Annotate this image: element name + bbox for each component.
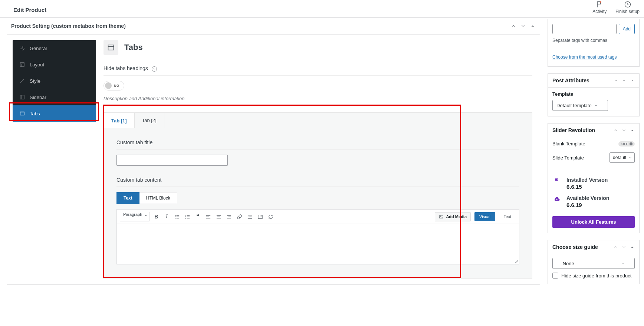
quote-icon[interactable]: “ xyxy=(194,213,201,220)
chevron-up-icon[interactable] xyxy=(612,78,619,83)
window-icon xyxy=(19,111,25,116)
editor-mode-text[interactable]: Text xyxy=(116,192,139,204)
svg-point-8 xyxy=(175,216,175,217)
finish-setup-action[interactable]: Finish setup xyxy=(615,1,640,14)
svg-text:3: 3 xyxy=(185,217,186,219)
link-icon[interactable] xyxy=(236,213,243,220)
italic-icon[interactable]: I xyxy=(163,213,170,220)
layout-icon xyxy=(19,62,25,67)
svg-point-9 xyxy=(175,218,175,218)
sidebar-item-style[interactable]: Style xyxy=(13,73,96,89)
flag-icon xyxy=(596,1,603,8)
read-more-icon[interactable] xyxy=(246,213,253,220)
sidebar-item-general[interactable]: General xyxy=(13,40,96,56)
gear-icon xyxy=(19,45,25,51)
svg-rect-15 xyxy=(260,215,260,216)
sidebar-item-tabs[interactable]: Tabs xyxy=(13,105,96,122)
unlock-features-button[interactable]: Unlock All Features xyxy=(552,216,635,228)
svg-rect-17 xyxy=(259,216,259,217)
resize-grip-icon[interactable] xyxy=(514,259,518,263)
blank-template-toggle[interactable]: OFF xyxy=(618,141,635,146)
metabox-title: Slider Revolution xyxy=(552,127,595,133)
list-ul-icon[interactable] xyxy=(174,213,180,220)
caret-up-icon[interactable] xyxy=(629,127,635,133)
chevron-down-icon[interactable] xyxy=(519,22,527,30)
wysiwyg-editor: Paragraph B I 123 xyxy=(116,209,519,264)
tabs-title-icon xyxy=(104,40,118,55)
svg-point-2 xyxy=(22,47,23,49)
toggle-knob xyxy=(105,82,112,89)
slide-template-select[interactable]: default xyxy=(610,152,635,163)
sidebar-item-label: General xyxy=(30,46,47,51)
list-ol-icon[interactable]: 123 xyxy=(184,213,191,220)
caret-up-icon[interactable] xyxy=(529,22,536,30)
chevron-up-icon[interactable] xyxy=(612,244,619,250)
media-icon xyxy=(439,214,444,219)
editor-mode-html[interactable]: HTML Block xyxy=(139,192,177,204)
toolbar-toggle-icon[interactable] xyxy=(257,213,263,220)
format-select[interactable]: Paragraph xyxy=(120,212,150,221)
hide-size-guide-label: Hide size guide from this product xyxy=(561,273,631,279)
add-media-button[interactable]: Add Media xyxy=(435,212,471,221)
sidebar-item-sidebar[interactable]: Sidebar xyxy=(13,89,96,105)
bold-icon[interactable]: B xyxy=(153,213,160,220)
brush-icon xyxy=(19,78,25,84)
add-tag-button[interactable]: Add xyxy=(619,24,635,34)
chevron-down-icon[interactable] xyxy=(621,127,627,133)
hide-size-guide-checkbox[interactable]: Hide size guide from this product xyxy=(552,273,635,279)
installed-version-value: 6.6.15 xyxy=(566,184,608,190)
custom-tabs-panel: Tab [1] Tab [2] Custom tab title Custom … xyxy=(104,112,532,279)
size-guide-select[interactable]: — None — xyxy=(552,258,635,269)
tag-input[interactable] xyxy=(552,24,617,34)
refresh-icon[interactable] xyxy=(267,213,274,220)
flag-icon xyxy=(552,177,561,184)
chevron-up-icon[interactable] xyxy=(612,127,619,133)
sidebar-item-label: Sidebar xyxy=(30,95,46,100)
tags-metabox: Add Separate tags with commas Choose fro… xyxy=(548,19,640,67)
text-tab[interactable]: Text xyxy=(499,212,516,221)
sidebar-icon xyxy=(19,94,25,100)
svg-rect-5 xyxy=(20,112,24,115)
svg-rect-3 xyxy=(20,63,24,67)
sidebar-item-label: Tabs xyxy=(30,111,40,116)
caret-up-icon[interactable] xyxy=(629,78,635,83)
clock-icon xyxy=(624,1,631,8)
activity-action[interactable]: Activity xyxy=(592,1,607,14)
svg-rect-14 xyxy=(259,215,259,216)
hide-tabs-label: Hide tabs headings ? xyxy=(104,65,532,76)
blank-template-label: Blank Template xyxy=(552,141,585,146)
chevron-down-icon[interactable] xyxy=(621,244,627,250)
tab-title-label: Custom tab title xyxy=(116,139,519,149)
template-select[interactable]: Default template xyxy=(552,100,608,111)
sidebar-item-layout[interactable]: Layout xyxy=(13,56,96,73)
svg-rect-18 xyxy=(260,216,260,217)
tab-1[interactable]: Tab [1] xyxy=(104,113,135,128)
hide-tabs-toggle[interactable]: NO xyxy=(104,81,124,90)
screen-title: Tabs xyxy=(124,43,143,52)
activity-label: Activity xyxy=(592,9,607,14)
svg-point-0 xyxy=(600,1,602,3)
align-left-icon[interactable] xyxy=(205,213,211,220)
chevron-up-icon[interactable] xyxy=(510,22,517,30)
postbox-title: Product Setting (custom metabox from the… xyxy=(11,23,126,29)
slider-revolution-metabox: Slider Revolution Blank Template OFF xyxy=(548,123,640,233)
svg-rect-6 xyxy=(108,45,114,50)
toggle-label: NO xyxy=(114,84,119,88)
visual-tab[interactable]: Visual xyxy=(474,212,495,221)
chevron-down-icon[interactable] xyxy=(621,78,627,83)
tab-2[interactable]: Tab [2] xyxy=(135,113,164,128)
align-right-icon[interactable] xyxy=(226,213,232,220)
tab-title-input[interactable] xyxy=(116,155,228,166)
editor-textarea[interactable] xyxy=(117,224,519,264)
setting-description: Description and Additional information xyxy=(104,96,532,101)
tab-content-label: Custom tab content xyxy=(116,177,519,187)
help-icon[interactable]: ? xyxy=(152,66,157,72)
caret-up-icon[interactable] xyxy=(629,244,635,250)
template-label: Template xyxy=(552,91,635,97)
tag-help-text: Separate tags with commas xyxy=(552,38,635,43)
most-used-tags-link[interactable]: Choose from the most used tags xyxy=(552,55,617,60)
installed-version-label: Installed Version xyxy=(566,177,608,183)
align-center-icon[interactable] xyxy=(215,213,222,220)
slide-template-label: Slide Template xyxy=(552,155,584,161)
cloud-download-icon xyxy=(552,195,561,202)
